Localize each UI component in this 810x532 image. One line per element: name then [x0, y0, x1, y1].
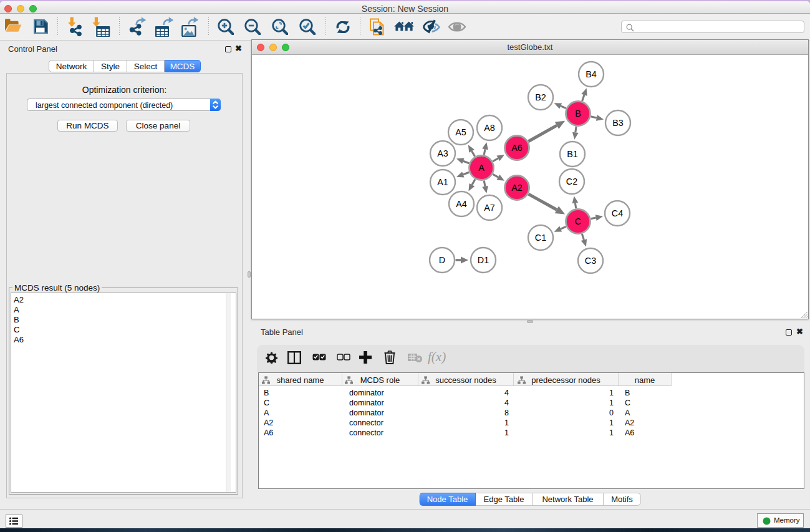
svg-text:B4: B4 [586, 69, 597, 79]
svg-text:A3: A3 [437, 148, 448, 158]
svg-text:A5: A5 [455, 127, 466, 137]
svg-text:C4: C4 [612, 208, 623, 218]
svg-text:A1: A1 [437, 177, 448, 187]
svg-text:C: C [575, 216, 581, 226]
svg-text:B2: B2 [535, 92, 546, 102]
svg-text:A7: A7 [484, 203, 495, 213]
svg-text:D: D [439, 255, 445, 265]
svg-text:C3: C3 [585, 256, 596, 266]
svg-text:A8: A8 [484, 123, 495, 133]
svg-text:B1: B1 [567, 149, 578, 159]
svg-text:C2: C2 [566, 177, 577, 186]
svg-text:D1: D1 [478, 255, 489, 265]
svg-text:C1: C1 [535, 233, 546, 243]
svg-text:A4: A4 [456, 199, 467, 209]
svg-text:A2: A2 [511, 183, 523, 193]
svg-text:B3: B3 [612, 118, 624, 128]
svg-text:A: A [478, 163, 485, 173]
svg-text:B: B [575, 109, 581, 118]
svg-text:A6: A6 [511, 143, 523, 153]
